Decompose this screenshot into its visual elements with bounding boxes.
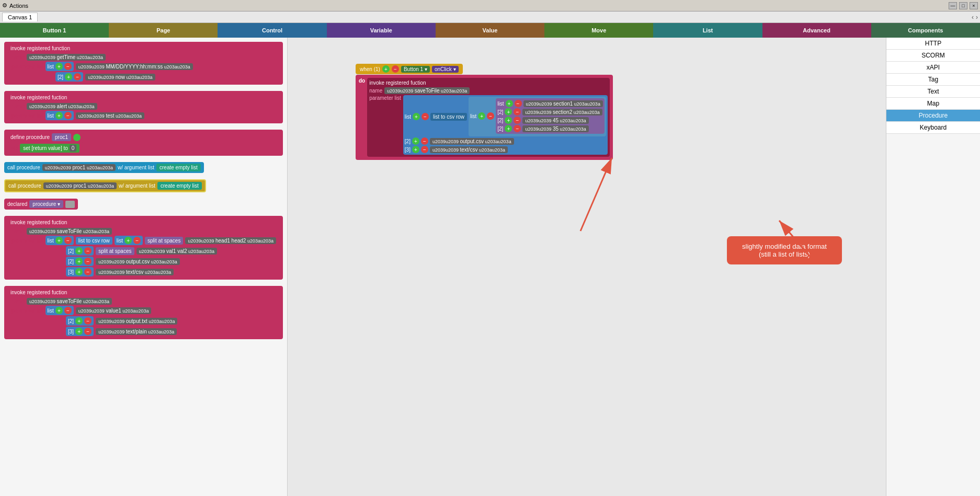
canvas-inner-list: list + − list + xyxy=(469,97,606,136)
cat-button1[interactable]: Button 1 xyxy=(0,23,109,38)
canvas-deep-plus[interactable]: + xyxy=(506,100,513,107)
canvas-plus-2[interactable]: + xyxy=(412,137,419,145)
minus-6e[interactable]: − xyxy=(84,268,92,275)
proc1-call-1: proc1 xyxy=(42,164,116,171)
cat-move[interactable]: Move xyxy=(544,23,653,38)
canvas-deep-minus2[interactable]: − xyxy=(514,108,521,116)
nav-prev[interactable]: ‹ xyxy=(972,14,974,21)
name-row-2: name alert xyxy=(7,103,280,110)
right-panel-map[interactable]: Map xyxy=(886,98,980,110)
alert-value: alert xyxy=(27,103,97,110)
plus-6[interactable]: + xyxy=(55,237,63,244)
minus-7b[interactable]: − xyxy=(84,317,92,325)
canvas-list-csv: list to csv row xyxy=(430,113,467,121)
green-circle xyxy=(73,134,81,141)
right-panel-procedure[interactable]: Procedure xyxy=(886,110,980,122)
name-row-7: name saveToFile xyxy=(7,298,280,305)
param-row-6b: [2] + − split at spaces val1 val2 xyxy=(7,246,280,256)
cat-page[interactable]: Page xyxy=(109,23,218,38)
plus-btn-1[interactable]: + xyxy=(55,63,63,70)
canvas-deep-minus[interactable]: − xyxy=(515,100,522,107)
plus-6d[interactable]: + xyxy=(75,258,83,265)
when-minus[interactable]: − xyxy=(392,65,399,73)
block-group-invoke-gettime: invoke registered function name getTime … xyxy=(4,42,283,85)
cat-variable[interactable]: Variable xyxy=(327,23,436,38)
canvas-plus-1[interactable]: + xyxy=(413,113,420,120)
canvas-deep-minus4[interactable]: − xyxy=(514,125,521,132)
when-block: when (1) + − Button 1 ▾ onClick ▾ xyxy=(356,64,463,74)
canvas-tab[interactable]: Canvas 1 xyxy=(2,13,38,21)
name-row-1: name getTime xyxy=(7,54,280,61)
minus-7[interactable]: − xyxy=(64,307,72,314)
savetofile-val: saveToFile xyxy=(27,228,112,235)
canvas-deep-plus4[interactable]: + xyxy=(505,125,512,132)
canvas-deep-minus3[interactable]: − xyxy=(514,117,521,124)
canvas-minus-3[interactable]: − xyxy=(421,146,428,153)
minus-btn-1[interactable]: − xyxy=(64,63,72,70)
restore-button[interactable]: □ xyxy=(959,2,967,9)
when-plus[interactable]: + xyxy=(382,65,390,73)
canvas-minus-1[interactable]: − xyxy=(421,113,429,120)
close-button[interactable]: × xyxy=(970,2,978,9)
nav-next[interactable]: › xyxy=(976,14,978,21)
canvas-deep-plus3[interactable]: + xyxy=(505,117,512,124)
minus-btn-2[interactable]: − xyxy=(64,112,72,119)
plus-btn-2[interactable]: + xyxy=(55,112,63,119)
plus-6b[interactable]: + xyxy=(124,237,132,244)
minimize-button[interactable]: — xyxy=(949,2,957,9)
output-txt-val: output.txt xyxy=(96,318,177,325)
val35-block: 35 xyxy=(522,125,588,132)
minus-7c[interactable]: − xyxy=(84,328,92,335)
titlebar-controls: — □ × xyxy=(949,2,978,9)
canvas-deep-list: list + − section1 [2] + xyxy=(496,98,605,134)
do-row: do set [return value] to 0 xyxy=(7,144,280,153)
param-label-1: parameter list xyxy=(12,64,43,70)
titlebar: ⚙ Actions — □ × xyxy=(0,0,980,11)
cat-value[interactable]: Value xyxy=(436,23,544,38)
onclick-dropdown[interactable]: onClick ▾ xyxy=(432,66,459,73)
datetime-value: MM/DD/YYYY:hh:mm:ss xyxy=(76,63,193,70)
cat-advanced[interactable]: Advanced xyxy=(762,23,871,38)
plus-7[interactable]: + xyxy=(55,307,63,314)
param-row-1b: [2] + − now xyxy=(7,72,280,82)
minus-btn-1b[interactable]: − xyxy=(74,73,81,80)
right-panel: HTTP SCORM xAPI Tag Text Map Procedure K… xyxy=(886,38,980,496)
minus-6c[interactable]: − xyxy=(84,247,92,255)
cat-components[interactable]: Components xyxy=(871,23,980,38)
minus-6b[interactable]: − xyxy=(133,237,141,244)
right-panel-keyboard[interactable]: Keyboard xyxy=(886,122,980,134)
right-panel-xapi[interactable]: xAPI xyxy=(886,62,980,74)
cat-control[interactable]: Control xyxy=(218,23,326,38)
head1head2-val: head1 head2 xyxy=(185,237,276,244)
canvas-inner-plus[interactable]: + xyxy=(478,112,485,120)
plus-6c[interactable]: + xyxy=(75,247,83,255)
now-value: now xyxy=(85,74,155,80)
right-panel-scorm[interactable]: SCORM xyxy=(886,50,980,62)
canvas-minus-2[interactable]: − xyxy=(421,137,428,145)
call-block-2: call procedure proc1 w/ argument list cr… xyxy=(4,179,206,192)
button1-dropdown[interactable]: Button 1 ▾ xyxy=(401,66,430,73)
plus-6e[interactable]: + xyxy=(75,268,83,275)
right-panel-text[interactable]: Text xyxy=(886,86,980,98)
text-csv-val: text/csv xyxy=(96,269,174,275)
plus-7b[interactable]: + xyxy=(75,317,83,325)
cat-list[interactable]: List xyxy=(653,23,762,38)
plus-7c[interactable]: + xyxy=(75,328,83,335)
minus-6[interactable]: − xyxy=(64,237,72,244)
canvas-inner-minus[interactable]: − xyxy=(487,112,494,120)
define-header: define procedure proc1 xyxy=(7,132,84,143)
app-icon: ⚙ xyxy=(2,2,7,9)
plus-btn-1b[interactable]: + xyxy=(65,73,72,80)
right-panel-http[interactable]: HTTP xyxy=(886,38,980,50)
list-idx-1: [2] xyxy=(58,74,63,80)
right-panel-tag[interactable]: Tag xyxy=(886,74,980,86)
block-group-savetofile-csv: invoke registered fuction name saveToFil… xyxy=(4,216,283,280)
canvas-plus-3[interactable]: + xyxy=(412,146,419,153)
create-empty-list-1: create empty list xyxy=(156,164,201,171)
minus-6d[interactable]: − xyxy=(84,258,92,265)
canvas-deep-plus2[interactable]: + xyxy=(505,108,512,116)
procedure-dropdown: procedure ▾ xyxy=(29,200,63,208)
canvas-param-row: parameter list list + − list to csv row xyxy=(369,95,608,155)
param-label-7: parameter list xyxy=(12,308,43,314)
name-label-7: name xyxy=(12,298,25,304)
